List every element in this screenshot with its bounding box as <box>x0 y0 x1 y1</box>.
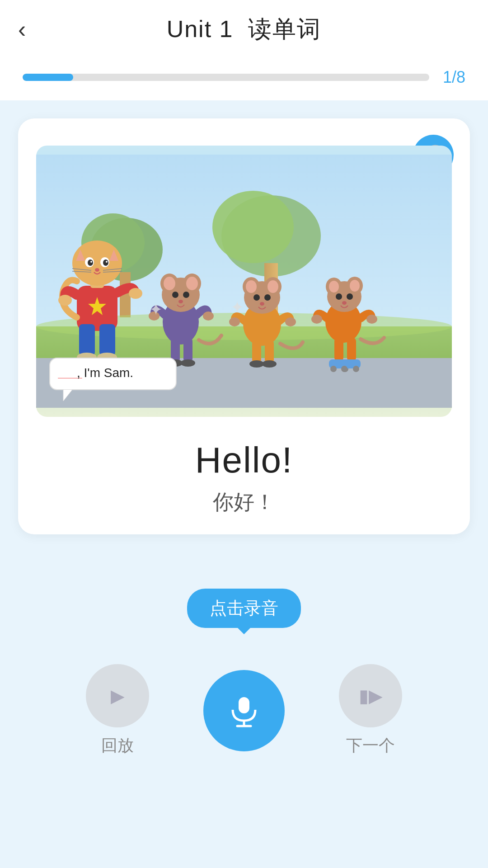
svg-point-33 <box>58 295 72 306</box>
svg-point-41 <box>172 292 178 298</box>
svg-point-42 <box>183 292 189 298</box>
progress-track <box>23 74 429 81</box>
svg-rect-13 <box>99 324 115 356</box>
svg-point-26 <box>90 261 92 263</box>
next-icon: ▮▶ <box>359 685 383 706</box>
svg-rect-45 <box>183 338 192 363</box>
svg-point-80 <box>341 366 347 372</box>
svg-rect-91 <box>239 697 249 713</box>
illustration: ✦ ✦ ____ , I'm Sam. <box>36 146 452 417</box>
svg-point-61 <box>249 360 264 368</box>
svg-rect-60 <box>265 340 274 363</box>
mic-circle <box>203 670 285 751</box>
svg-rect-75 <box>347 338 356 361</box>
play-icon: ▶ <box>111 685 125 706</box>
svg-text:✦: ✦ <box>149 300 163 319</box>
svg-point-2 <box>212 191 294 263</box>
header: ‹ Unit 1 读单词 <box>0 0 488 59</box>
svg-text:, I'm Sam.: , I'm Sam. <box>77 366 133 380</box>
svg-point-49 <box>203 311 214 321</box>
page-title: Unit 1 读单词 <box>167 14 322 45</box>
svg-rect-74 <box>334 338 343 361</box>
svg-point-57 <box>264 294 271 301</box>
svg-point-82 <box>311 315 322 324</box>
main-area: 🔊 <box>0 100 488 868</box>
svg-point-77 <box>330 366 337 372</box>
svg-point-43 <box>178 300 183 303</box>
mic-icon <box>226 693 262 729</box>
svg-point-58 <box>260 302 264 306</box>
svg-point-73 <box>342 301 347 305</box>
svg-point-71 <box>336 293 342 300</box>
svg-point-38 <box>164 277 175 290</box>
svg-rect-59 <box>252 340 261 363</box>
content-card: 🔊 <box>18 118 470 534</box>
svg-point-34 <box>129 288 142 299</box>
record-tooltip[interactable]: 点击录音 <box>187 589 301 628</box>
svg-point-64 <box>285 317 296 326</box>
back-button[interactable]: ‹ <box>18 18 26 41</box>
svg-point-28 <box>95 268 99 272</box>
progress-section: 1/8 <box>0 59 488 100</box>
playback-button[interactable]: ▶ 回放 <box>86 664 149 757</box>
next-button[interactable]: ▮▶ 下一个 <box>339 664 402 757</box>
svg-point-81 <box>353 366 359 372</box>
next-label: 下一个 <box>346 735 395 757</box>
progress-fill <box>23 74 73 81</box>
mic-button[interactable] <box>203 670 285 751</box>
svg-point-55 <box>267 280 278 293</box>
svg-point-24 <box>88 259 93 266</box>
bottom-controls: ▶ 回放 ▮▶ <box>14 664 474 775</box>
svg-point-25 <box>103 259 108 266</box>
svg-point-63 <box>229 317 240 326</box>
svg-point-53 <box>246 280 257 293</box>
svg-point-47 <box>181 359 195 367</box>
svg-point-62 <box>262 360 277 368</box>
svg-rect-12 <box>79 324 95 356</box>
svg-point-27 <box>106 261 108 263</box>
chinese-word: 你好！ <box>36 488 452 516</box>
svg-point-72 <box>347 293 353 300</box>
svg-point-83 <box>366 315 377 324</box>
playback-circle: ▶ <box>86 664 149 727</box>
word-section: Hello! 你好！ <box>36 439 452 516</box>
svg-point-70 <box>350 280 360 292</box>
svg-point-68 <box>329 281 339 292</box>
progress-label: 1/8 <box>443 68 465 87</box>
playback-label: 回放 <box>101 735 134 757</box>
svg-point-56 <box>253 294 260 301</box>
svg-point-40 <box>186 277 198 290</box>
english-word: Hello! <box>36 439 452 481</box>
svg-text:✦: ✦ <box>230 298 244 316</box>
next-circle: ▮▶ <box>339 664 402 727</box>
